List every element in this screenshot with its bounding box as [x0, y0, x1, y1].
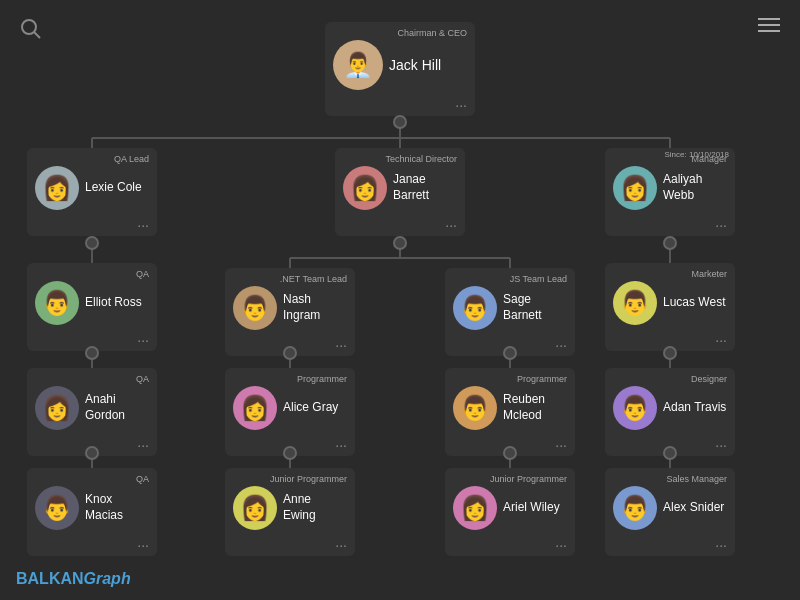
connector-sage [503, 346, 517, 360]
reuben-dots[interactable]: ... [551, 434, 567, 450]
ceo-name: Jack Hill [389, 56, 441, 74]
lexie-avatar: 👩 [35, 166, 79, 210]
node-anne[interactable]: Junior Programmer 👩 Anne Ewing ... [225, 468, 355, 556]
graph-text: Graph [84, 570, 131, 587]
connector-nash [283, 346, 297, 360]
adan-role: Designer [613, 374, 727, 384]
elliot-dots[interactable]: ... [133, 329, 149, 345]
alice-avatar: 👩 [233, 386, 277, 430]
node-aaliyah[interactable]: Since: 10/10/2018 Manager 👩 Aaliyah Webb… [605, 148, 735, 236]
reuben-name: Reuben Mcleod [503, 392, 567, 423]
balkan-text: BALKAN [16, 570, 84, 587]
alice-name: Alice Gray [283, 400, 338, 416]
balkan-logo: BALKANGraph [16, 570, 131, 588]
adan-name: Adan Travis [663, 400, 726, 416]
org-chart: Chairman & CEO 👨‍💼 Jack Hill ... QA Lead… [0, 0, 800, 600]
connector-elliot [85, 346, 99, 360]
node-adan[interactable]: Designer 👨 Adan Travis ... [605, 368, 735, 456]
aaliyah-avatar: 👩 [613, 166, 657, 210]
node-anahi[interactable]: QA 👩 Anahi Gordon ... [27, 368, 157, 456]
node-ceo[interactable]: Chairman & CEO 👨‍💼 Jack Hill ... [325, 22, 475, 116]
node-reuben[interactable]: Programmer 👨 Reuben Mcleod ... [445, 368, 575, 456]
aaliyah-dots[interactable]: ... [711, 214, 727, 230]
janae-role: Technical Director [343, 154, 457, 164]
connector-janae [393, 236, 407, 250]
node-lucas[interactable]: Marketer 👨 Lucas West ... [605, 263, 735, 351]
janae-name: Janae Barrett [393, 172, 457, 203]
node-janae[interactable]: Technical Director 👩 Janae Barrett ... [335, 148, 465, 236]
nash-role: .NET Team Lead [233, 274, 347, 284]
lucas-name: Lucas West [663, 295, 725, 311]
node-alice[interactable]: Programmer 👩 Alice Gray ... [225, 368, 355, 456]
aaliyah-since: Since: 10/10/2018 [665, 150, 730, 159]
ceo-face: 👨‍💼 [333, 43, 383, 87]
alex-avatar: 👨 [613, 486, 657, 530]
node-nash[interactable]: .NET Team Lead 👨 Nash Ingram ... [225, 268, 355, 356]
node-sage[interactable]: JS Team Lead 👨 Sage Barnett ... [445, 268, 575, 356]
janae-avatar: 👩 [343, 166, 387, 210]
adan-dots[interactable]: ... [711, 434, 727, 450]
node-lexie[interactable]: QA Lead 👩 Lexie Cole ... [27, 148, 157, 236]
connector-ceo [393, 115, 407, 129]
node-elliot[interactable]: QA 👨 Elliot Ross ... [27, 263, 157, 351]
alice-role: Programmer [233, 374, 347, 384]
reuben-avatar: 👨 [453, 386, 497, 430]
lucas-role: Marketer [613, 269, 727, 279]
connector-alice [283, 446, 297, 460]
lucas-avatar: 👨 [613, 281, 657, 325]
connector-adan [663, 446, 677, 460]
elliot-role: QA [35, 269, 149, 279]
sage-avatar: 👨 [453, 286, 497, 330]
node-knox[interactable]: QA 👨 Knox Macias ... [27, 468, 157, 556]
knox-role: QA [35, 474, 149, 484]
reuben-role: Programmer [453, 374, 567, 384]
lexie-dots[interactable]: ... [133, 214, 149, 230]
anahi-dots[interactable]: ... [133, 434, 149, 450]
sage-dots[interactable]: ... [551, 334, 567, 350]
knox-dots[interactable]: ... [133, 534, 149, 550]
anahi-name: Anahi Gordon [85, 392, 149, 423]
connector-lucas [663, 346, 677, 360]
connector-lexie [85, 236, 99, 250]
knox-avatar: 👨 [35, 486, 79, 530]
alex-name: Alex Snider [663, 500, 724, 516]
anne-role: Junior Programmer [233, 474, 347, 484]
connector-anahi [85, 446, 99, 460]
janae-dots[interactable]: ... [441, 214, 457, 230]
elliot-avatar: 👨 [35, 281, 79, 325]
node-ariel[interactable]: Junior Programmer 👩 Ariel Wiley ... [445, 468, 575, 556]
svg-line-20 [34, 32, 40, 38]
connector-reuben [503, 446, 517, 460]
ceo-dots[interactable]: ... [451, 94, 467, 110]
alice-dots[interactable]: ... [331, 434, 347, 450]
lexie-role: QA Lead [35, 154, 149, 164]
anahi-avatar: 👩 [35, 386, 79, 430]
menu-icon[interactable] [758, 18, 780, 32]
aaliyah-name: Aaliyah Webb [663, 172, 727, 203]
sage-role: JS Team Lead [453, 274, 567, 284]
anne-name: Anne Ewing [283, 492, 347, 523]
nash-dots[interactable]: ... [331, 334, 347, 350]
nash-avatar: 👨 [233, 286, 277, 330]
anne-dots[interactable]: ... [331, 534, 347, 550]
ceo-role: Chairman & CEO [333, 28, 467, 38]
sage-name: Sage Barnett [503, 292, 567, 323]
lexie-name: Lexie Cole [85, 180, 142, 196]
elliot-name: Elliot Ross [85, 295, 142, 311]
svg-point-19 [22, 20, 36, 34]
anahi-role: QA [35, 374, 149, 384]
ariel-dots[interactable]: ... [551, 534, 567, 550]
lucas-dots[interactable]: ... [711, 329, 727, 345]
ariel-avatar: 👩 [453, 486, 497, 530]
nash-name: Nash Ingram [283, 292, 347, 323]
node-alex[interactable]: Sales Manager 👨 Alex Snider ... [605, 468, 735, 556]
connector-aaliyah [663, 236, 677, 250]
alex-dots[interactable]: ... [711, 534, 727, 550]
ariel-name: Ariel Wiley [503, 500, 560, 516]
ariel-role: Junior Programmer [453, 474, 567, 484]
ceo-avatar: 👨‍💼 [333, 40, 383, 90]
knox-name: Knox Macias [85, 492, 149, 523]
alex-role: Sales Manager [613, 474, 727, 484]
anne-avatar: 👩 [233, 486, 277, 530]
search-icon[interactable] [20, 18, 42, 45]
